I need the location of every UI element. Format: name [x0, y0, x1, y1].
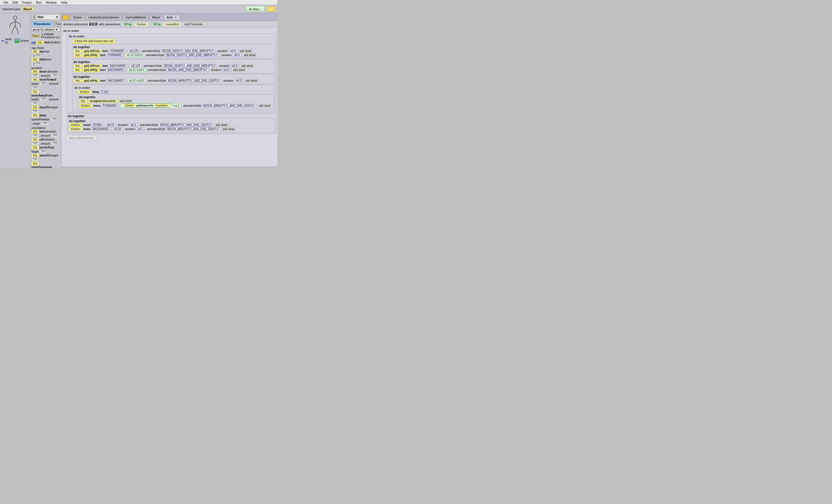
with-params-label: with parameters:	[99, 23, 121, 26]
menu-window[interactable]: Window	[44, 1, 59, 4]
this-chip-str: this	[79, 99, 87, 103]
movetoward-target-label: target:	[31, 82, 39, 85]
tab-scene[interactable]: Scene	[70, 15, 85, 20]
proc-moveTo[interactable]: this moveTo target: ???	[31, 106, 60, 113]
roll-method: roll	[40, 138, 44, 141]
proc-orientTo[interactable]: this orientTo target: ???	[31, 154, 60, 161]
this-selector[interactable]: this ▼	[31, 14, 60, 20]
group-dropdown-button[interactable]: group by category ▼	[31, 28, 60, 32]
roll-dir-val: ???	[31, 142, 39, 145]
do-together-3-header: do together	[74, 75, 274, 78]
comma-param: ,	[149, 23, 150, 26]
expr-hip-3: ≅1.0 / ≅16.0	[127, 79, 146, 83]
expr-val3: ≅1.0	[129, 68, 135, 72]
moveaway-target-val: ???	[40, 97, 47, 101]
delay-val: 0.125	[100, 90, 110, 94]
menu-edit[interactable]: Edit	[10, 1, 20, 4]
stmt-move-down: thisItem move DOWN , ≅0.01 , duration ≅0…	[69, 123, 274, 127]
this-place-chip: this	[31, 114, 39, 117]
moveto-target-label: target:	[50, 106, 58, 109]
group-by-label: group by category	[33, 28, 55, 31]
menu-help[interactable]: Help	[59, 1, 70, 4]
group-by-dropdown[interactable]: group by category ▼	[31, 28, 60, 32]
thisitem-chip-delay: thisItem	[78, 90, 92, 94]
outer-do-inner: do in order // Kick the ball toward the …	[67, 33, 276, 142]
svg-line-9	[18, 30, 18, 34]
menu-run[interactable]: Run	[34, 1, 44, 4]
expr-val4: ≅16.0	[136, 68, 144, 72]
turn-dir-label: direction:	[45, 130, 57, 133]
tabs-row: Scene initializeEventListeners myFirstMe…	[61, 13, 277, 21]
movetoward-amt-label: , amount:	[48, 82, 59, 85]
this-movetoward-chip: this	[31, 78, 39, 81]
proc-think[interactable]: this think text: ⊘ ???	[31, 58, 60, 65]
orientto-target-label: target:	[51, 154, 59, 157]
svg-line-2	[10, 22, 15, 24]
detail-straighten[interactable]: add detail	[118, 99, 133, 103]
detail-move-fwd[interactable]: add detail	[257, 104, 272, 108]
section-position: position	[31, 66, 60, 69]
edit-link[interactable]: edit	[31, 41, 36, 44]
horizontal-scrollbar[interactable]	[61, 166, 277, 168]
val-0125-2: ≅0.125	[130, 64, 141, 68]
detail-hip-1[interactable]: add detail	[242, 53, 257, 57]
turn-dir-val: ???	[31, 134, 39, 138]
proc-moveAwayFrom[interactable]: this moveAwayFrom target: ??? , amount: …	[31, 90, 60, 105]
dir-backward-3: BACKWARD	[106, 79, 125, 83]
val-001: ≅0.01	[105, 123, 115, 127]
svg-line-8	[12, 30, 12, 34]
svg-point-10	[33, 16, 35, 17]
move-dir-label: direction:	[47, 70, 59, 73]
detail-bwd[interactable]: add detail	[221, 127, 236, 131]
avatar-area	[1, 14, 29, 36]
proc-moveToward[interactable]: this moveToward target: ??? , amount: ??…	[31, 78, 60, 90]
turntoface-target-val: ???	[40, 150, 47, 153]
tab-kick[interactable]: kick ✕	[164, 15, 180, 20]
orientupright-method: orientToUpright	[31, 166, 52, 168]
stmt-lefthip-backward-2: this getLeftHip turn BACKWARD , ≅1.0 / ≅…	[74, 79, 274, 83]
tab-kick-close[interactable]: ✕	[175, 16, 177, 19]
proc-decl: declare procedure kick with parameters: …	[61, 21, 277, 28]
this-orientupright-chip: this	[31, 162, 39, 165]
edit-proc-row: edit this kick thisItem: ??? , towardIte…	[31, 39, 60, 45]
tab-biped[interactable]: Biped	[149, 15, 163, 20]
left-panel: ⬅ back to: Scene	[0, 13, 30, 168]
detail-1[interactable]: add detail	[238, 49, 253, 53]
turn-amt-label: , amount:	[40, 134, 51, 137]
tab-init[interactable]: initializeEventListeners	[85, 15, 122, 20]
this-dropdown-arrow[interactable]: ▼	[54, 15, 60, 19]
proc-turn[interactable]: this turn direction: ??? , amount: ???	[31, 130, 60, 138]
proc-turnToFace[interactable]: this turnToFace target: ???	[31, 146, 60, 153]
menu-file[interactable]: File	[1, 1, 10, 4]
detail-2[interactable]: add detail	[240, 64, 255, 68]
tab-myfirstmethod[interactable]: myFirstMethod	[123, 15, 149, 20]
svg-line-15	[34, 18, 35, 19]
this-moveto-chip: this	[31, 106, 39, 109]
proc-roll[interactable]: this roll direction: ??? , amount: ???	[31, 138, 60, 145]
this-turntoface-chip: this	[31, 146, 39, 149]
dir-backward-4: BACKWARD	[92, 127, 110, 131]
run-button[interactable]: ▶ Run...	[246, 6, 265, 12]
detail-hip-3[interactable]: add detail	[244, 79, 259, 83]
back-to-label: back to:	[5, 37, 14, 44]
do-together-3: do together this getLeftHip turn BACKWAR…	[72, 74, 275, 84]
proc-say[interactable]: this say text: ⊘ ???	[31, 50, 60, 57]
tab-procedures[interactable]: Procedures	[31, 22, 53, 26]
proc-orientToUpright[interactable]: this orientToUpright	[31, 162, 60, 168]
place-target-val: ???	[41, 122, 49, 125]
proc-move[interactable]: this move direction: ??? , amount: ???	[31, 70, 60, 78]
detail-down[interactable]: add detail	[214, 123, 229, 127]
outer-do-together: do together do together thisItem move DO…	[67, 113, 276, 134]
proc-place[interactable]: this place spatialRelation: ??? , target…	[31, 114, 60, 125]
detail-hip-2[interactable]: add detail	[231, 68, 246, 72]
section-say-think: say, think	[31, 47, 60, 50]
menu-project[interactable]: Project	[20, 1, 34, 4]
back-to[interactable]: ⬅ back to: Scene	[1, 37, 29, 44]
dir-backward-1: BACKWARD	[109, 64, 127, 68]
dur-bwd: ≅0.1	[136, 127, 145, 131]
this-text: this	[36, 15, 54, 19]
stmt-straighten: this straightenOutJoints add detail	[79, 99, 273, 103]
dur-2: ≅0.5	[230, 64, 239, 68]
add-parameter-button[interactable]: Add Parameter...	[182, 22, 207, 26]
this-orientto-chip: this	[31, 154, 39, 157]
